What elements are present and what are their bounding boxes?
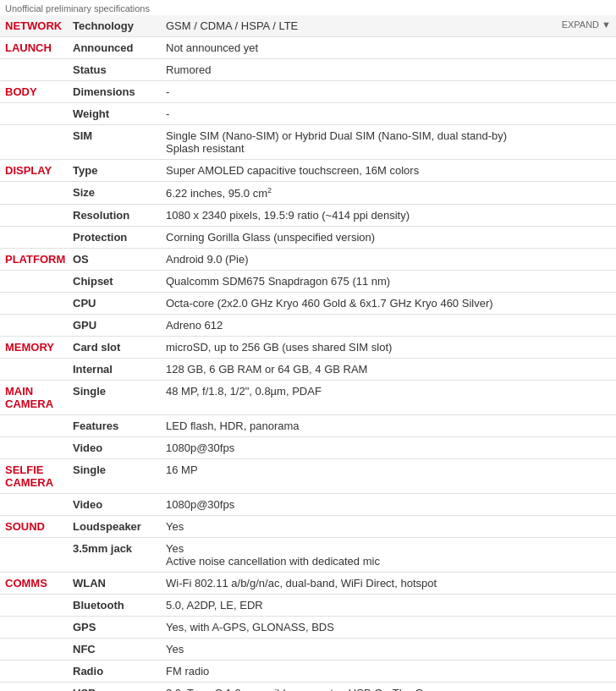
category-platform: PLATFORM	[0, 249, 68, 271]
category-display	[0, 182, 68, 205]
spec-value: Super AMOLED capacitive touchscreen, 16M…	[161, 160, 550, 182]
label-protection: Protection	[68, 227, 161, 249]
label-wlan: WLAN	[68, 573, 161, 595]
spec-value: Not announced yet	[161, 37, 550, 59]
category-main-camera	[0, 415, 68, 437]
header-note: Unofficial preliminary specifications	[0, 0, 616, 15]
category-comms	[0, 683, 68, 691]
specs-table: NETWORKTechnologyGSM / CDMA / HSPA / LTE…	[0, 15, 616, 691]
label-size: Size	[68, 182, 161, 205]
spec-value: 48 MP, f/1.8, 1/2", 0.8µm, PDAF	[161, 381, 550, 415]
spec-value: 2.0, Type-C 1.0 reversible connector, US…	[161, 683, 550, 691]
label-video: Video	[68, 437, 161, 459]
spec-value: Wi-Fi 802.11 a/b/g/n/ac, dual-band, WiFi…	[161, 573, 550, 595]
spec-value: microSD, up to 256 GB (uses shared SIM s…	[161, 337, 550, 359]
category-platform	[0, 315, 68, 337]
unofficial-note: Unofficial preliminary specifications	[0, 0, 616, 15]
category-comms	[0, 639, 68, 661]
spec-value: LED flash, HDR, panorama	[161, 415, 550, 437]
label-os: OS	[68, 249, 161, 271]
category-comms	[0, 661, 68, 683]
label-card-slot: Card slot	[68, 337, 161, 359]
spec-value: 5.0, A2DP, LE, EDR	[161, 595, 550, 617]
spec-value: Single SIM (Nano-SIM) or Hybrid Dual SIM…	[161, 125, 550, 160]
label-video: Video	[68, 494, 161, 516]
category-sound	[0, 538, 68, 573]
category-selfie-camera	[0, 494, 68, 516]
label-chipset: Chipset	[68, 271, 161, 293]
label-radio: Radio	[68, 661, 161, 683]
category-comms	[0, 617, 68, 639]
label-nfc: NFC	[68, 639, 161, 661]
label-weight: Weight	[68, 103, 161, 125]
category-selfie-camera: SELFIECAMERA	[0, 459, 68, 494]
label-dimensions: Dimensions	[68, 81, 161, 103]
spec-value: 16 MP	[161, 459, 550, 494]
spec-value: 6.22 inches, 95.0 cm2	[161, 182, 550, 205]
spec-value: GSM / CDMA / HSPA / LTE	[161, 15, 550, 37]
label-resolution: Resolution	[68, 205, 161, 227]
category-memory	[0, 359, 68, 381]
spec-value: Corning Gorilla Glass (unspecified versi…	[161, 227, 550, 249]
label-cpu: CPU	[68, 293, 161, 315]
category-body	[0, 103, 68, 125]
expand-button[interactable]: EXPAND ▼	[550, 15, 616, 37]
label-internal: Internal	[68, 359, 161, 381]
label-gps: GPS	[68, 617, 161, 639]
category-platform	[0, 293, 68, 315]
spec-value: 128 GB, 6 GB RAM or 64 GB, 4 GB RAM	[161, 359, 550, 381]
spec-value: -	[161, 81, 550, 103]
category-main-camera: MAINCAMERA	[0, 381, 68, 415]
label-bluetooth: Bluetooth	[68, 595, 161, 617]
spec-value: Yes, with A-GPS, GLONASS, BDS	[161, 617, 550, 639]
spec-value: 1080 x 2340 pixels, 19.5:9 ratio (~414 p…	[161, 205, 550, 227]
label-loudspeaker: Loudspeaker	[68, 516, 161, 538]
spec-value: YesActive noise cancellation with dedica…	[161, 538, 550, 573]
label-3.5mm-jack: 3.5mm jack	[68, 538, 161, 573]
label-technology: Technology	[68, 15, 161, 37]
label-status: Status	[68, 59, 161, 81]
spec-value: 1080p@30fps	[161, 437, 550, 459]
category-display: DISPLAY	[0, 160, 68, 182]
category-body: BODY	[0, 81, 68, 103]
spec-value: Yes	[161, 639, 550, 661]
category-memory: MEMORY	[0, 337, 68, 359]
category-display	[0, 227, 68, 249]
spec-value: Adreno 612	[161, 315, 550, 337]
spec-value: Qualcomm SDM675 Snapdragon 675 (11 nm)	[161, 271, 550, 293]
spec-value: Rumored	[161, 59, 550, 81]
spec-value: -	[161, 103, 550, 125]
category-launch	[0, 59, 68, 81]
category-comms: COMMS	[0, 573, 68, 595]
category-launch: LAUNCH	[0, 37, 68, 59]
label-features: Features	[68, 415, 161, 437]
label-sim: SIM	[68, 125, 161, 160]
category-network: NETWORK	[0, 15, 68, 37]
label-single: Single	[68, 459, 161, 494]
category-body	[0, 125, 68, 160]
category-main-camera	[0, 437, 68, 459]
spec-value: 1080p@30fps	[161, 494, 550, 516]
spec-value: Yes	[161, 516, 550, 538]
label-usb: USB	[68, 683, 161, 691]
category-comms	[0, 595, 68, 617]
category-display	[0, 205, 68, 227]
category-sound: SOUND	[0, 516, 68, 538]
spec-value: Octa-core (2x2.0 GHz Kryo 460 Gold & 6x1…	[161, 293, 550, 315]
category-platform	[0, 271, 68, 293]
label-single: Single	[68, 381, 161, 415]
spec-value: Android 9.0 (Pie)	[161, 249, 550, 271]
label-gpu: GPU	[68, 315, 161, 337]
label-type: Type	[68, 160, 161, 182]
spec-value: FM radio	[161, 661, 550, 683]
label-announced: Announced	[68, 37, 161, 59]
